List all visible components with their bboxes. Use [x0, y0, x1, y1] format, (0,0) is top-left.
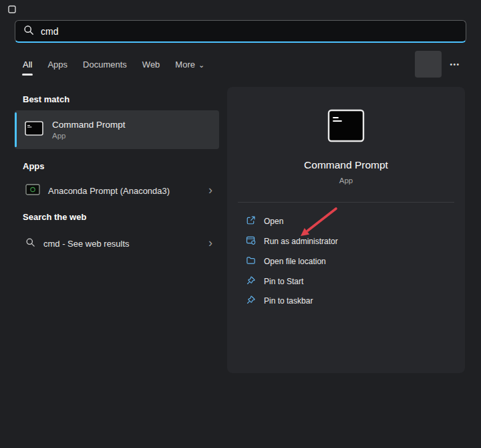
overflow-menu-button[interactable]: ••• — [445, 58, 465, 70]
best-match-item[interactable]: Command Prompt App — [15, 110, 219, 149]
preview-panel: Command Prompt App Open Run as administr… — [227, 87, 465, 373]
list-item-label: cmd - See web results — [43, 239, 200, 249]
command-prompt-icon — [25, 121, 43, 138]
window-icon — [8, 4, 16, 16]
search-input[interactable] — [41, 26, 458, 37]
best-match-title: Command Prompt — [52, 120, 126, 130]
action-open-file-location[interactable]: Open file location — [246, 253, 326, 270]
action-label: Open file location — [264, 257, 326, 266]
list-item-label: Anaconda Prompt (Anaconda3) — [48, 186, 200, 196]
search-icon — [23, 25, 34, 38]
tab-documents[interactable]: Documents — [83, 60, 127, 76]
search-window: All Apps Documents Web More⌄ ••• Best ma… — [0, 0, 481, 448]
tab-label: More — [175, 60, 195, 70]
action-label: Pin to taskbar — [264, 296, 313, 306]
web-heading: Search the web — [23, 212, 86, 222]
tab-more[interactable]: More⌄ — [175, 60, 204, 76]
open-icon — [246, 215, 256, 228]
action-open[interactable]: Open — [246, 213, 283, 230]
anaconda-prompt-icon — [25, 184, 40, 198]
tab-apps[interactable]: Apps — [47, 60, 67, 76]
folder-icon — [246, 255, 256, 268]
command-prompt-icon-large — [327, 109, 365, 145]
tab-all[interactable]: All — [23, 60, 32, 76]
account-button[interactable] — [415, 51, 442, 78]
tab-label: Web — [142, 60, 160, 70]
run-as-administrator-icon — [246, 235, 256, 248]
list-item-web-search[interactable]: cmd - See web results › — [15, 231, 219, 256]
action-label: Run as administrator — [264, 237, 338, 246]
action-run-as-administrator[interactable]: Run as administrator — [246, 233, 338, 250]
best-match-subtitle: App — [52, 132, 126, 140]
action-pin-to-taskbar[interactable]: Pin to taskbar — [246, 292, 313, 310]
divider — [238, 202, 454, 203]
tab-label: Documents — [83, 60, 127, 70]
tabs-bar: All Apps Documents Web More⌄ — [23, 60, 204, 76]
preview-title: Command Prompt — [227, 159, 465, 171]
tab-web[interactable]: Web — [142, 60, 160, 76]
chevron-down-icon: ⌄ — [198, 61, 204, 69]
action-pin-to-start[interactable]: Pin to Start — [246, 273, 303, 290]
search-bar[interactable] — [15, 20, 466, 43]
action-label: Open — [264, 217, 283, 226]
selection-accent-bar — [15, 112, 17, 147]
pin-icon — [246, 295, 256, 308]
best-match-heading: Best match — [23, 94, 69, 104]
preview-subtitle: App — [227, 177, 465, 185]
list-item-anaconda-prompt[interactable]: Anaconda Prompt (Anaconda3) › — [15, 178, 219, 203]
apps-heading: Apps — [23, 161, 45, 171]
pin-icon — [246, 275, 256, 288]
chevron-right-icon: › — [208, 237, 212, 250]
chevron-right-icon: › — [208, 184, 212, 197]
action-label: Pin to Start — [264, 277, 303, 286]
tab-label: All — [23, 60, 32, 70]
search-icon — [25, 237, 35, 250]
tab-label: Apps — [47, 60, 67, 70]
